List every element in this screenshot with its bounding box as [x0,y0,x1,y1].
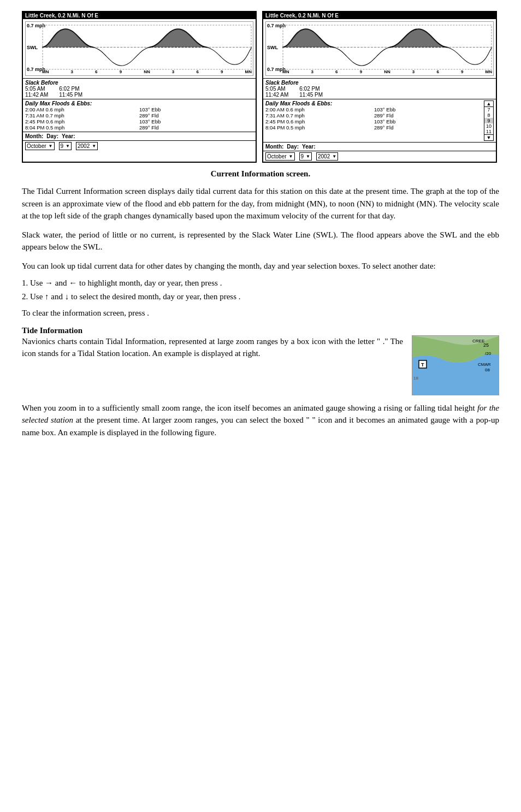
right-month-label: Month: [265,144,283,150]
right-tidal-wave-svg [282,25,492,70]
left-floods-section: Daily Max Floods & Ebbs: 2:00 AM 0.6 mph… [23,99,256,132]
left-x-labels: MN369NN369MN [42,69,252,74]
right-flood-2d: 289° Fld [374,112,483,118]
right-slack-times: 5:05 AM 11:42 AM 6:02 PM 11:45 PM [265,86,494,98]
right-day-select[interactable]: 9 ▼ [299,152,312,161]
right-slack-time2: 11:42 AM [265,92,288,98]
scroll-item-7: 7 [484,107,493,112]
clear-text: To clear the information screen, press . [22,307,499,319]
left-graph-area: 0.7 mph SWL 0.7 mph MN369NN369MN [25,21,253,76]
tide-info-para2-p: When you zoom in to a sufficiently small… [22,402,499,439]
right-flood-4t: 8:04 PM 0.5 mph [265,125,374,131]
right-day-label: Day: [287,144,299,150]
svg-text:/20: /20 [485,351,492,356]
left-panel-title: Little Creek, 0.2 N.Mi. N Of E [23,12,256,19]
scroll-item-10: 10 [484,123,493,129]
numbered-item-2: 2. Use ↑ and ↓ to select the desired mon… [22,292,499,301]
left-year-value: 2002 [78,143,90,149]
tide-info-section: Navionics charts contain Tidal Informati… [22,335,499,395]
scroll-item-9: 9 [484,118,493,123]
right-flood-4d: 289° Fld [374,125,483,131]
tide-info-text: Navionics charts contain Tidal Informati… [22,335,403,360]
body-section: The Tidal Current Information screen dis… [22,185,499,272]
left-slack-time3: 6:02 PM [59,86,82,92]
right-slack-time1: 5:05 AM [265,86,288,92]
tide-para2-after: at the present time. At larger zoom rang… [22,416,499,437]
right-year-value: 2002 [318,153,330,159]
right-year-label: Year: [302,144,315,150]
right-x-labels: MN369NN369MN [282,69,492,74]
left-month-select[interactable]: October ▼ [25,142,55,150]
right-panel-title: Little Creek, 0.2 N.Mi. N Of E [263,12,496,19]
left-date-values[interactable]: October ▼ 9 ▼ 2002 ▼ [23,140,256,151]
right-slack-time4: 11:45 PM [299,92,323,98]
tide-para2-before: When you zoom in to a sufficiently small… [22,404,477,412]
left-slack-time1: 5:05 AM [25,86,48,92]
right-flood-1d: 103° Ebb [374,106,483,112]
left-year-select[interactable]: 2002 ▼ [76,142,98,150]
left-flood-1t: 2:00 AM 0.6 mph [25,106,139,112]
tide-info-heading: Tide Information [22,326,499,335]
left-slack-title: Slack Before [25,80,253,86]
scroll-item-11: 11 [484,129,493,134]
screen-caption: Current Information screen. [22,169,499,179]
left-floods-title: Daily Max Floods & Ebbs: [25,100,253,106]
right-scroll-list[interactable]: ▲ 7 8 9 10 11 ▼ [484,100,494,141]
svg-text:T: T [421,362,424,368]
left-date-row: Month: Day: Year: [23,132,256,140]
left-month-value: October [27,143,46,149]
svg-text:CREE: CREE [472,339,484,343]
right-flood-3d: 103° Ebb [374,118,483,125]
left-flood-3t: 2:45 PM 0.6 mph [25,118,139,125]
scroll-item-8: 8 [484,112,493,118]
left-slack-col1: 5:05 AM 11:42 AM [25,86,48,98]
right-day-value: 9 [301,153,304,159]
right-floods-title: Daily Max Floods & Ebbs: [265,100,483,106]
left-month-arrow[interactable]: ▼ [49,144,53,149]
clear-text-p: To clear the information screen, press . [22,307,499,319]
left-slack-col2: 6:02 PM 11:45 PM [59,86,82,98]
left-slack-section: Slack Before 5:05 AM 11:42 AM 6:02 PM 11… [23,78,256,99]
left-flood-2t: 7:31 AM 0.7 mph [25,112,139,118]
left-flood-1d: 103° Ebb [139,106,253,112]
tide-info-para2: When you zoom in to a sufficiently small… [22,402,499,439]
left-day-value: 9 [61,143,64,149]
left-tidal-wave-svg [42,25,252,70]
tide-map-image: 25 /20 CMAR 08 T 18 CREE [412,335,499,395]
left-day-select[interactable]: 9 ▼ [59,142,72,150]
right-floods-section: Daily Max Floods & Ebbs: 2:00 AM 0.6 mph… [263,99,496,142]
right-year-select[interactable]: 2002 ▼ [316,152,338,161]
left-floods-grid: 2:00 AM 0.6 mph103° Ebb 7:31 AM 0.7 mph2… [25,106,253,131]
left-flood-2d: 289° Fld [139,112,253,118]
right-day-arrow[interactable]: ▼ [306,154,310,159]
right-slack-col1: 5:05 AM 11:42 AM [265,86,288,98]
right-year-arrow[interactable]: ▼ [332,154,336,159]
scroll-down-btn[interactable]: ▼ [484,134,493,140]
left-flood-3d: 103° Ebb [139,118,253,125]
left-tidal-panel: Little Creek, 0.2 N.Mi. N Of E 0.7 mph S… [22,11,257,163]
right-flood-2t: 7:31 AM 0.7 mph [265,112,374,118]
left-month-label: Month: [25,133,43,139]
right-slack-time3: 6:02 PM [299,86,323,92]
right-month-select[interactable]: October ▼ [265,152,295,161]
right-slack-col2: 6:02 PM 11:45 PM [299,86,323,98]
svg-text:18: 18 [413,376,418,381]
right-month-arrow[interactable]: ▼ [289,154,293,159]
right-flood-1t: 2:00 AM 0.6 mph [265,106,374,112]
svg-text:08: 08 [485,368,490,372]
right-slack-title: Slack Before [265,80,494,86]
right-date-values[interactable]: October ▼ 9 ▼ 2002 ▼ [263,151,496,162]
body-para-1: The Tidal Current Information screen dis… [22,185,499,222]
left-year-label: Year: [62,133,75,139]
right-flood-3t: 2:45 PM 0.6 mph [265,118,374,125]
numbered-item-1: 1. Use → and ← to highlight month, day o… [22,278,499,288]
right-floods-grid: 2:00 AM 0.6 mph103° Ebb 7:31 AM 0.7 mph2… [265,106,483,131]
left-day-label: Day: [46,133,58,139]
right-slack-section: Slack Before 5:05 AM 11:42 AM 6:02 PM 11… [263,78,496,99]
left-year-arrow[interactable]: ▼ [92,144,96,149]
tide-map-svg: 25 /20 CMAR 08 T 18 CREE [412,336,499,395]
svg-text:CMAR: CMAR [478,362,491,367]
left-flood-4d: 289° Fld [139,125,253,131]
left-day-arrow[interactable]: ▼ [66,144,70,149]
scroll-up-btn[interactable]: ▲ [484,101,493,107]
